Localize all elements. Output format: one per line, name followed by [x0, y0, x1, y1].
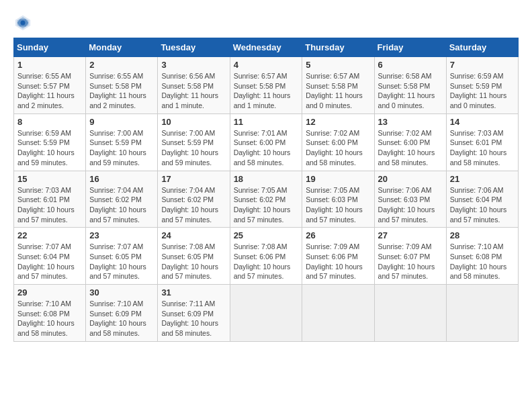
day-number: 1: [17, 60, 82, 70]
calendar-day-cell: 29Sunrise: 7:10 AM Sunset: 6:08 PM Dayli…: [14, 285, 86, 342]
calendar-day-cell: 31Sunrise: 7:11 AM Sunset: 6:09 PM Dayli…: [158, 285, 230, 342]
calendar-day-cell: 22Sunrise: 7:07 AM Sunset: 6:04 PM Dayli…: [14, 228, 86, 285]
calendar-week-row: 22Sunrise: 7:07 AM Sunset: 6:04 PM Dayli…: [14, 228, 519, 285]
calendar-day-cell: 21Sunrise: 7:06 AM Sunset: 6:04 PM Dayli…: [446, 171, 518, 228]
day-number: 12: [306, 117, 370, 127]
day-info: Sunrise: 7:07 AM Sunset: 6:05 PM Dayligh…: [89, 242, 154, 281]
calendar-day-cell: 8Sunrise: 6:59 AM Sunset: 5:59 PM Daylig…: [14, 113, 86, 171]
calendar-week-row: 29Sunrise: 7:10 AM Sunset: 6:08 PM Dayli…: [14, 285, 519, 342]
day-number: 6: [378, 60, 443, 70]
day-number: 11: [234, 117, 299, 127]
day-number: 24: [161, 230, 226, 240]
calendar-day-cell: [302, 285, 374, 342]
calendar-day-cell: 25Sunrise: 7:08 AM Sunset: 6:06 PM Dayli…: [230, 228, 302, 285]
day-info: Sunrise: 7:10 AM Sunset: 6:08 PM Dayligh…: [450, 242, 515, 281]
calendar-day-cell: 7Sunrise: 6:59 AM Sunset: 5:59 PM Daylig…: [446, 57, 518, 114]
day-info: Sunrise: 7:10 AM Sunset: 6:09 PM Dayligh…: [89, 299, 154, 338]
calendar-header-row: SundayMondayTuesdayWednesdayThursdayFrid…: [14, 38, 519, 57]
calendar-day-cell: 3Sunrise: 6:56 AM Sunset: 5:58 PM Daylig…: [158, 57, 230, 114]
day-number: 22: [17, 230, 82, 240]
day-number: 28: [450, 230, 515, 240]
day-number: 19: [306, 174, 370, 184]
day-number: 14: [450, 117, 515, 127]
day-number: 10: [161, 117, 226, 127]
day-number: 9: [89, 117, 154, 127]
calendar-day-cell: 13Sunrise: 7:02 AM Sunset: 6:00 PM Dayli…: [374, 113, 446, 171]
calendar-day-cell: 27Sunrise: 7:09 AM Sunset: 6:07 PM Dayli…: [374, 228, 446, 285]
day-info: Sunrise: 6:57 AM Sunset: 5:58 PM Dayligh…: [306, 71, 370, 111]
day-info: Sunrise: 7:02 AM Sunset: 6:00 PM Dayligh…: [378, 128, 443, 168]
calendar-day-cell: 17Sunrise: 7:04 AM Sunset: 6:02 PM Dayli…: [158, 171, 230, 228]
day-number: 23: [89, 230, 154, 240]
day-number: 8: [17, 117, 82, 127]
day-info: Sunrise: 7:06 AM Sunset: 6:04 PM Dayligh…: [450, 185, 515, 225]
day-info: Sunrise: 7:02 AM Sunset: 6:00 PM Dayligh…: [306, 128, 370, 168]
calendar-day-cell: 24Sunrise: 7:08 AM Sunset: 6:05 PM Dayli…: [158, 228, 230, 285]
day-info: Sunrise: 7:08 AM Sunset: 6:05 PM Dayligh…: [161, 242, 226, 281]
calendar-table: SundayMondayTuesdayWednesdayThursdayFrid…: [13, 38, 519, 342]
day-of-week-header: Wednesday: [230, 38, 302, 57]
calendar-day-cell: 5Sunrise: 6:57 AM Sunset: 5:58 PM Daylig…: [302, 57, 374, 114]
day-number: 7: [450, 60, 515, 70]
day-info: Sunrise: 6:57 AM Sunset: 5:58 PM Dayligh…: [234, 71, 299, 111]
day-info: Sunrise: 7:00 AM Sunset: 5:59 PM Dayligh…: [161, 128, 226, 168]
calendar-day-cell: 19Sunrise: 7:05 AM Sunset: 6:03 PM Dayli…: [302, 171, 374, 228]
day-of-week-header: Sunday: [14, 38, 86, 57]
day-info: Sunrise: 6:56 AM Sunset: 5:58 PM Dayligh…: [161, 71, 226, 111]
day-info: Sunrise: 7:04 AM Sunset: 6:02 PM Dayligh…: [89, 185, 154, 225]
day-info: Sunrise: 6:59 AM Sunset: 5:59 PM Dayligh…: [17, 128, 82, 168]
day-info: Sunrise: 7:00 AM Sunset: 5:59 PM Dayligh…: [89, 128, 154, 168]
calendar-day-cell: 14Sunrise: 7:03 AM Sunset: 6:01 PM Dayli…: [446, 113, 518, 171]
day-number: 17: [161, 174, 226, 184]
day-info: Sunrise: 7:07 AM Sunset: 6:04 PM Dayligh…: [17, 242, 82, 281]
calendar-day-cell: [446, 285, 518, 342]
calendar-day-cell: 30Sunrise: 7:10 AM Sunset: 6:09 PM Dayli…: [86, 285, 158, 342]
calendar-week-row: 1Sunrise: 6:55 AM Sunset: 5:57 PM Daylig…: [14, 57, 519, 114]
day-number: 20: [378, 174, 443, 184]
day-info: Sunrise: 7:09 AM Sunset: 6:06 PM Dayligh…: [306, 242, 370, 281]
day-info: Sunrise: 7:03 AM Sunset: 6:01 PM Dayligh…: [450, 128, 515, 168]
calendar-day-cell: 2Sunrise: 6:55 AM Sunset: 5:58 PM Daylig…: [86, 57, 158, 114]
day-of-week-header: Saturday: [446, 38, 518, 57]
day-info: Sunrise: 7:01 AM Sunset: 6:00 PM Dayligh…: [234, 128, 299, 168]
calendar-day-cell: [230, 285, 302, 342]
day-of-week-header: Monday: [86, 38, 158, 57]
day-of-week-header: Thursday: [302, 38, 374, 57]
calendar-day-cell: 12Sunrise: 7:02 AM Sunset: 6:00 PM Dayli…: [302, 113, 374, 171]
day-number: 21: [450, 174, 515, 184]
day-number: 15: [17, 174, 82, 184]
calendar-day-cell: 28Sunrise: 7:10 AM Sunset: 6:08 PM Dayli…: [446, 228, 518, 285]
calendar-day-cell: 15Sunrise: 7:03 AM Sunset: 6:01 PM Dayli…: [14, 171, 86, 228]
day-info: Sunrise: 7:03 AM Sunset: 6:01 PM Dayligh…: [17, 185, 82, 225]
calendar-day-cell: 4Sunrise: 6:57 AM Sunset: 5:58 PM Daylig…: [230, 57, 302, 114]
day-info: Sunrise: 7:11 AM Sunset: 6:09 PM Dayligh…: [161, 299, 226, 338]
calendar-week-row: 15Sunrise: 7:03 AM Sunset: 6:01 PM Dayli…: [14, 171, 519, 228]
day-info: Sunrise: 7:08 AM Sunset: 6:06 PM Dayligh…: [234, 242, 299, 281]
day-number: 16: [89, 174, 154, 184]
calendar-day-cell: 10Sunrise: 7:00 AM Sunset: 5:59 PM Dayli…: [158, 113, 230, 171]
day-info: Sunrise: 6:59 AM Sunset: 5:59 PM Dayligh…: [450, 71, 515, 111]
day-number: 27: [378, 230, 443, 240]
day-info: Sunrise: 6:55 AM Sunset: 5:57 PM Dayligh…: [17, 71, 82, 111]
day-number: 5: [306, 60, 370, 70]
day-info: Sunrise: 7:10 AM Sunset: 6:08 PM Dayligh…: [17, 299, 82, 338]
day-info: Sunrise: 7:09 AM Sunset: 6:07 PM Dayligh…: [378, 242, 443, 281]
calendar-day-cell: 26Sunrise: 7:09 AM Sunset: 6:06 PM Dayli…: [302, 228, 374, 285]
day-number: 30: [89, 287, 154, 298]
calendar-day-cell: 23Sunrise: 7:07 AM Sunset: 6:05 PM Dayli…: [86, 228, 158, 285]
day-info: Sunrise: 7:06 AM Sunset: 6:03 PM Dayligh…: [378, 185, 443, 225]
day-info: Sunrise: 6:58 AM Sunset: 5:58 PM Dayligh…: [378, 71, 443, 111]
day-number: 13: [378, 117, 443, 127]
calendar-day-cell: 6Sunrise: 6:58 AM Sunset: 5:58 PM Daylig…: [374, 57, 446, 114]
page-header: [13, 13, 519, 32]
day-number: 18: [234, 174, 299, 184]
day-info: Sunrise: 7:05 AM Sunset: 6:02 PM Dayligh…: [234, 185, 299, 225]
day-of-week-header: Friday: [374, 38, 446, 57]
day-number: 4: [234, 60, 299, 70]
calendar-day-cell: 16Sunrise: 7:04 AM Sunset: 6:02 PM Dayli…: [86, 171, 158, 228]
calendar-day-cell: [374, 285, 446, 342]
calendar-day-cell: 20Sunrise: 7:06 AM Sunset: 6:03 PM Dayli…: [374, 171, 446, 228]
day-number: 31: [161, 287, 226, 298]
calendar-week-row: 8Sunrise: 6:59 AM Sunset: 5:59 PM Daylig…: [14, 113, 519, 171]
calendar-day-cell: 9Sunrise: 7:00 AM Sunset: 5:59 PM Daylig…: [86, 113, 158, 171]
